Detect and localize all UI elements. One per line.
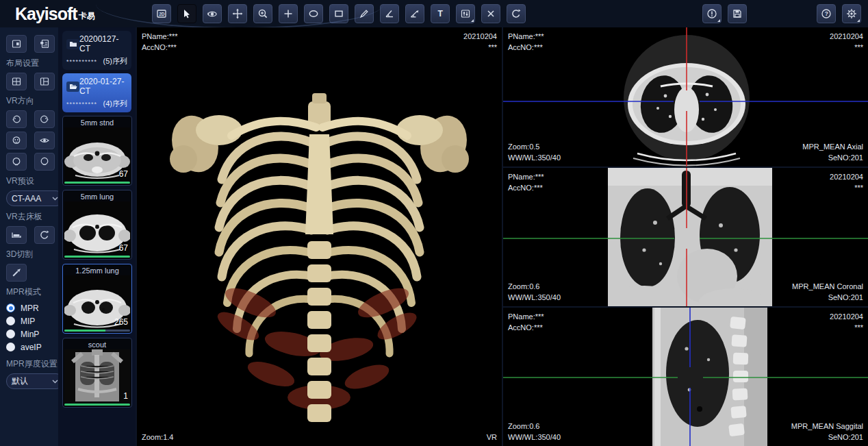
mpr-mode-option-mpr[interactable]: MPR [6, 301, 58, 314]
mpr-axial-viewport[interactable]: PName:*** AccNO:*** 20210204 *** Zoom:0.… [503, 27, 868, 166]
mpr-mode-option-aveip[interactable]: aveIP [6, 340, 58, 354]
rotate-3d-button[interactable] [203, 4, 222, 23]
mpr-mode-option-label: MinP [21, 330, 39, 339]
layout-custom-button[interactable] [34, 35, 55, 53]
cursor-button[interactable] [177, 4, 196, 23]
vr-head-front-button[interactable] [6, 132, 27, 149]
app-logo: Kayisoft卡易 [0, 4, 137, 24]
study-date: 20210204 [830, 171, 863, 182]
ellipse-icon [308, 8, 319, 19]
text-annotation-button[interactable]: T [431, 4, 450, 23]
study-date: 20210204 [830, 31, 863, 42]
zoom-button[interactable] [253, 4, 272, 23]
folder-closed-icon [66, 39, 79, 49]
remove-bed-button[interactable] [6, 226, 27, 244]
settings-button[interactable] [842, 4, 861, 23]
restore-bed-button[interactable] [34, 226, 55, 244]
mpr-column: PName:*** AccNO:*** 20210204 *** Zoom:0.… [502, 27, 868, 446]
vr-head-top-button[interactable] [34, 153, 55, 171]
accession-number: AccNO:*** [508, 322, 544, 333]
svg-text:2D: 2D [159, 12, 165, 16]
vr-direction-label: VR方向 [6, 95, 58, 107]
radio-icon [6, 317, 15, 325]
info-button[interactable] [702, 4, 722, 23]
vr-eye-view-button[interactable] [34, 132, 55, 149]
series-thumbnail-1-25mm-lung[interactable]: 1.25mm lung 265 [62, 264, 132, 334]
mpr-overlay-bottom-right: MPR_MEAN Coronal SeNO:201 [792, 281, 863, 303]
window-level: WW/WL:350/40 [508, 152, 561, 163]
mpr-mode-option-label: MIP [21, 317, 35, 326]
reconstruction-mode: MPR_MEAN Coronal [792, 281, 863, 292]
angle-icon [384, 8, 395, 19]
dropdown-corner-mark [471, 19, 474, 22]
study-item-1[interactable]: 20200127-CT ********** (5)序列 [62, 31, 131, 70]
measure-button[interactable] [355, 4, 374, 23]
vr-preset-label: VR预设 [6, 175, 58, 187]
series-thumbnail-scout[interactable]: scout 1 [62, 338, 132, 408]
vr-head-back-button[interactable] [6, 153, 27, 171]
mpr-sagittal-viewport[interactable]: PName:*** AccNO:*** 20210204 *** Zoom:0.… [503, 306, 868, 446]
mpr-overlay-top-right: 20210204 *** [830, 311, 863, 333]
zoom-factor: Zoom:0.5 [508, 141, 561, 152]
left-sidebar: 布局设置 VR方向 [0, 27, 58, 446]
reset-icon [39, 230, 50, 240]
series-title: 5mm lung [64, 192, 130, 201]
series-thumbnail-5mm-lung[interactable]: 5mm lung 67 [62, 190, 132, 260]
mpr-thickness-label: MPR厚度设置 [6, 358, 58, 370]
layout-custom-icon [39, 38, 50, 49]
head-back-icon [11, 156, 22, 167]
grid-2x2-icon [11, 76, 22, 87]
pan-button[interactable] [228, 4, 247, 23]
head-left-icon [11, 114, 22, 125]
layout-grid-2x2-button[interactable] [6, 73, 27, 90]
crosshair-icon [283, 8, 294, 19]
study-series-count: (5)序列 [103, 56, 127, 66]
mpr-coronal-viewport[interactable]: PName:*** AccNO:*** 20210204 *** Zoom:0.… [503, 166, 868, 306]
help-button[interactable]: ? [817, 4, 836, 23]
ellipse-roi-button[interactable] [304, 4, 323, 23]
3d-cut-button[interactable] [6, 264, 27, 282]
reset-view-button[interactable] [507, 4, 526, 23]
cobb-angle-button[interactable] [405, 4, 424, 23]
pan-icon [232, 8, 243, 19]
vr-viewport[interactable]: PName:*** AccNO:*** 20210204 *** Zoom:1.… [137, 27, 502, 446]
series-number: SeNO:201 [792, 292, 863, 303]
rectangle-roi-button[interactable] [329, 4, 348, 23]
2d-layout-button[interactable]: 2D [152, 4, 171, 23]
layout-single-button[interactable] [6, 35, 27, 53]
load-progress-fill [64, 330, 105, 332]
delete-annotation-button[interactable] [481, 4, 500, 23]
gear-icon [846, 8, 857, 19]
measure-pencil-icon [359, 8, 370, 19]
tool-group-right: ? [817, 4, 861, 23]
mpr-mode-option-label: MPR [21, 303, 39, 313]
vr-overlay-top-right: 20210204 *** [463, 31, 497, 53]
mpr-overlay-top-right: 20210204 *** [830, 31, 863, 53]
radio-icon [6, 330, 15, 338]
mpr-mode-option-minp[interactable]: MinP [6, 327, 58, 340]
vr-head-right-button[interactable] [34, 110, 55, 128]
mpr-mode-option-mip[interactable]: MIP [6, 314, 58, 327]
vr-preset-value: CT-AAA [12, 194, 41, 203]
save-button[interactable] [728, 4, 747, 23]
study-item-2-selected[interactable]: 2020-01-27-CT ********** (4)序列 [62, 73, 131, 112]
series-title: 1.25mm lung [64, 266, 130, 275]
help-icon: ? [821, 8, 832, 19]
svg-text:T: T [438, 9, 444, 18]
window-level-button[interactable] [456, 4, 475, 23]
thumbnail-scout-image [64, 349, 130, 403]
vr-preset-select[interactable]: CT-AAA [6, 190, 64, 206]
crosshair-button[interactable] [279, 4, 298, 23]
load-progress-track [64, 182, 130, 184]
vr-overlay-top-left: PName:*** AccNO:*** [142, 31, 178, 53]
study-date: 20210204 [830, 311, 863, 322]
series-thumbnail-5mm-stnd[interactable]: 5mm stnd 67 [62, 116, 132, 186]
mpr-thickness-select[interactable]: 默认 [6, 373, 64, 389]
layout-split-1-2-button[interactable] [34, 73, 55, 90]
radio-icon [6, 343, 15, 351]
angle-button[interactable] [380, 4, 399, 23]
image-count: 265 [114, 317, 128, 327]
vr-head-left-button[interactable] [6, 110, 27, 128]
mpr-overlay-bottom-left: Zoom:0.5 WW/WL:350/40 [508, 141, 561, 163]
window-level: WW/WL:350/40 [508, 292, 561, 303]
